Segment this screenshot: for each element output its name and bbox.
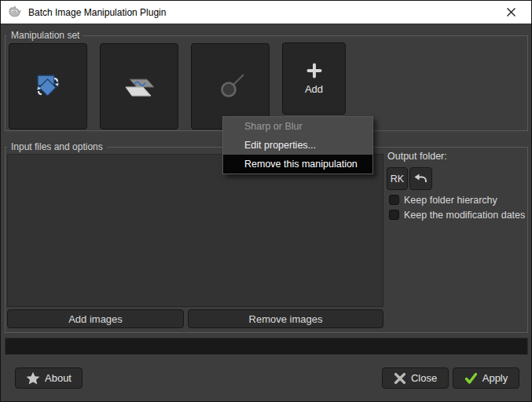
window-title: Batch Image Manipulation Plugin: [28, 7, 166, 18]
keep-folder-hierarchy-checkbox[interactable]: [389, 195, 399, 205]
input-file-list[interactable]: [7, 154, 383, 307]
about-label: About: [45, 372, 72, 384]
sharp-blur-icon: [211, 68, 249, 105]
add-images-label: Add images: [68, 313, 123, 325]
remove-images-button[interactable]: Remove images: [188, 309, 383, 328]
output-folder-button[interactable]: RK: [387, 167, 408, 190]
close-label: Close: [411, 372, 437, 384]
input-files-label: Input files and options: [7, 141, 107, 153]
output-folder-label: Output folder:: [387, 151, 447, 162]
about-button[interactable]: About: [15, 367, 83, 389]
titlebar[interactable]: Batch Image Manipulation Plugin: [1, 1, 531, 24]
window-close-button[interactable]: [497, 1, 525, 24]
add-button-label: Add: [305, 83, 323, 95]
progress-bar: [5, 338, 528, 355]
keep-modification-dates-label: Keep the modification dates: [404, 210, 525, 221]
apply-button[interactable]: Apply: [453, 367, 519, 389]
plus-icon: [306, 63, 322, 79]
manipulation-curves-button[interactable]: [100, 43, 178, 130]
checkmark-icon: [464, 372, 478, 385]
add-images-button[interactable]: Add images: [7, 309, 184, 328]
input-files-group: Input files and options Add images Remov…: [5, 147, 528, 333]
menu-item-edit-properties[interactable]: Edit properties...: [223, 136, 372, 155]
apply-label: Apply: [482, 372, 508, 384]
keep-modification-dates-row: Keep the modification dates: [389, 209, 525, 221]
close-icon: [506, 7, 516, 17]
curves-icon: [119, 70, 160, 103]
keep-folder-hierarchy-label: Keep folder hierarchy: [404, 195, 497, 206]
add-manipulation-button[interactable]: Add: [282, 42, 346, 115]
manipulation-context-menu: Sharp or Blur Edit properties... Remove …: [222, 116, 373, 174]
gimp-wilber-icon: [8, 6, 21, 18]
context-menu-header: Sharp or Blur: [223, 117, 372, 136]
manipulation-set-label: Manipulation set: [7, 29, 83, 42]
manipulation-rotate-button[interactable]: [9, 43, 87, 130]
menu-item-remove-manipulation[interactable]: Remove this manipulation: [223, 155, 372, 174]
keep-folder-hierarchy-row: Keep folder hierarchy: [389, 194, 497, 206]
star-icon: [26, 371, 40, 386]
remove-images-label: Remove images: [249, 313, 323, 325]
output-folder-button-label: RK: [391, 174, 404, 185]
close-x-icon: [394, 372, 406, 385]
close-button[interactable]: Close: [382, 367, 449, 389]
undo-arrow-icon: [414, 174, 427, 185]
reset-output-folder-button[interactable]: [409, 167, 432, 190]
bimp-dialog-window: Batch Image Manipulation Plugin Manipula…: [0, 0, 532, 402]
rotate-icon: [30, 68, 66, 104]
keep-modification-dates-checkbox[interactable]: [389, 210, 399, 220]
